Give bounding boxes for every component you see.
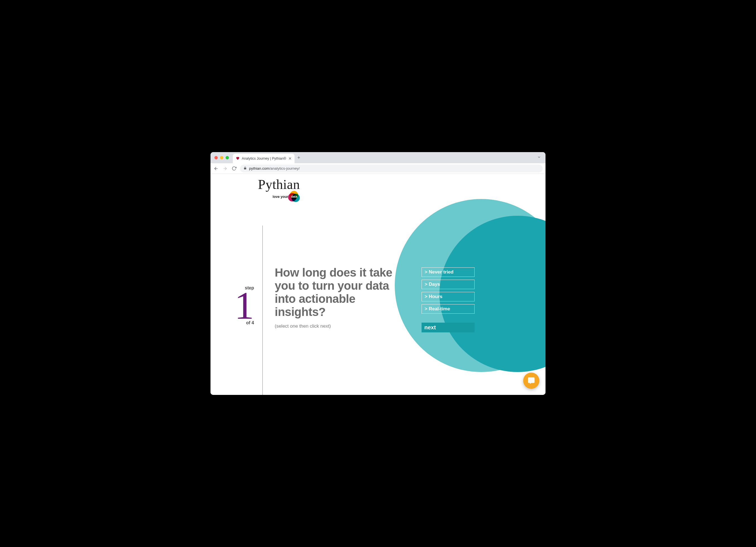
step-indicator: step 1 of 4 — [221, 285, 254, 325]
option-hours[interactable]: > Hours — [422, 292, 475, 301]
url-text: pythian.com/analytics-journey/ — [249, 166, 300, 171]
address-bar[interactable]: pythian.com/analytics-journey/ — [240, 165, 543, 173]
reload-button[interactable] — [231, 166, 237, 171]
window-controls — [214, 156, 229, 159]
window-minimize-button[interactable] — [220, 156, 223, 159]
option-real-time[interactable]: > Real-time — [422, 304, 475, 314]
next-button[interactable]: next — [422, 322, 475, 332]
brand-logo[interactable]: Pythian love your data — [258, 177, 300, 203]
option-days[interactable]: > Days — [422, 279, 475, 289]
heart-icon — [236, 156, 240, 161]
new-tab-button[interactable]: + — [297, 155, 300, 161]
chat-icon — [527, 377, 535, 384]
chat-button[interactable] — [523, 372, 539, 389]
question-block: How long does it take you to turn your d… — [275, 266, 395, 329]
options-list: > Never tried > Days > Hours > Real-time… — [422, 268, 475, 332]
question-hint: (select one then click next) — [275, 323, 395, 329]
close-icon[interactable]: ✕ — [288, 156, 292, 161]
option-never-tried[interactable]: > Never tried — [422, 268, 475, 277]
browser-window: Analytics Journey | Pythian® ✕ + pythian… — [210, 152, 546, 395]
question-text: How long does it take you to turn your d… — [275, 266, 395, 318]
brand-name: Pythian — [258, 177, 300, 192]
back-button[interactable] — [213, 166, 219, 171]
vertical-divider — [262, 226, 263, 395]
browser-tab[interactable]: Analytics Journey | Pythian® ✕ — [233, 154, 295, 163]
tab-bar: Analytics Journey | Pythian® ✕ + — [210, 152, 546, 163]
browser-toolbar: pythian.com/analytics-journey/ — [210, 163, 546, 174]
page-viewport: Pythian love your data step 1 of 4 How l… — [210, 174, 546, 395]
tab-title: Analytics Journey | Pythian® — [242, 157, 286, 161]
logo-orb-icon: data — [288, 191, 300, 203]
chevron-down-icon[interactable] — [537, 155, 541, 160]
forward-button[interactable] — [222, 166, 228, 171]
window-close-button[interactable] — [214, 156, 218, 159]
brand-tagline: love your data — [258, 191, 300, 203]
step-number: 1 — [221, 289, 254, 322]
window-zoom-button[interactable] — [226, 156, 229, 159]
lock-icon — [243, 166, 247, 171]
